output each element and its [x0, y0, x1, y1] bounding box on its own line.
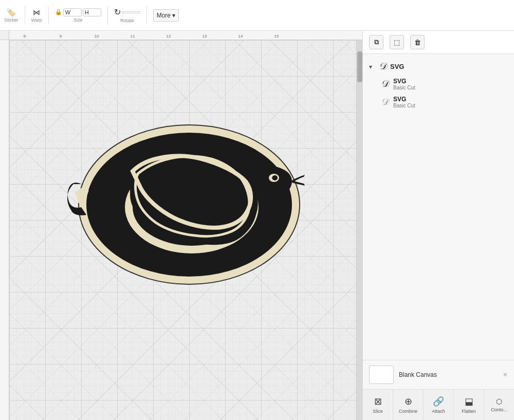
scrollbar-thumb[interactable] [357, 51, 362, 82]
tick-14: 14 [238, 34, 243, 39]
layers-list: ▾ 𝒟 SVG 𝒟 SVG Basic Cut 𝒟 SVG Basic Cut [363, 54, 514, 360]
expand-icon[interactable]: ▾ [369, 63, 376, 70]
tick-10: 10 [95, 34, 99, 39]
duplicate-button[interactable]: ⧉ [369, 35, 383, 49]
panel-icons-row: ⧉ ⬚ 🗑 [363, 31, 514, 54]
rotate-group: ↻ Rotate [114, 7, 140, 23]
height-field[interactable]: H [83, 8, 101, 16]
combine-button[interactable]: ⊕ Combine [393, 390, 424, 420]
attach-label: Attach [432, 409, 445, 414]
warp-value: ⋈ [33, 8, 40, 16]
sep4 [146, 6, 147, 25]
blank-canvas-row: Blank Canvas ✕ [363, 360, 514, 389]
combine-icon: ⊕ [405, 396, 412, 407]
blank-canvas-thumbnail [369, 366, 394, 384]
sublayer-1[interactable]: 𝒟 SVG Basic Cut [363, 75, 514, 93]
combine-label: Combine [399, 409, 417, 414]
ruler-corner [0, 31, 9, 40]
sep2 [48, 6, 49, 25]
sublayer-1-info: SVG Basic Cut [393, 78, 415, 90]
ruler-vertical [0, 31, 9, 420]
blank-canvas-close-icon[interactable]: ✕ [503, 371, 508, 378]
sublayer-2-design-icon: 𝒟 [381, 97, 389, 107]
attach-button[interactable]: 🔗 Attach [424, 390, 454, 420]
more-button[interactable]: More ▾ [153, 9, 179, 22]
sublayer-2-info: SVG Basic Cut [393, 96, 415, 108]
flatten-button[interactable]: ⬓ Flatten [454, 390, 484, 420]
slice-label: Slice [373, 409, 383, 414]
canvas-area: 8 9 10 11 12 13 14 15 [0, 31, 362, 420]
lock-icon: 🔒 [55, 9, 62, 15]
contour-button[interactable]: ⬡ Conto... [484, 390, 514, 420]
tick-11: 11 [131, 34, 135, 39]
logo-svg [40, 81, 307, 307]
duplicate-icon: ⧉ [374, 38, 379, 46]
tick-9: 9 [60, 34, 62, 39]
sticker-label: Sticker [4, 17, 19, 23]
logo-container [40, 81, 307, 307]
tick-15: 15 [274, 34, 279, 39]
sublayer-2[interactable]: 𝒟 SVG Basic Cut [363, 93, 514, 111]
warp-label: Warp [31, 17, 42, 23]
slice-icon: ⊠ [374, 396, 382, 407]
flatten-label: Flatten [462, 409, 476, 414]
sublayer-2-name: SVG [393, 96, 415, 103]
layer-group-svg[interactable]: ▾ 𝒟 SVG [363, 58, 514, 75]
size-group: 🔒 W H Size [55, 8, 101, 23]
rotate-label: Rotate [120, 18, 134, 23]
rotate-value: ↻ [114, 7, 140, 17]
size-label: Size [74, 17, 83, 23]
sep3 [107, 6, 108, 25]
group-label: SVG [390, 63, 404, 70]
size-value: 🔒 W H [55, 8, 101, 16]
sticker-group: 🏷️ Sticker [4, 8, 19, 23]
blank-canvas-label: Blank Canvas [399, 371, 437, 378]
more-label: More [157, 12, 171, 19]
group-design-icon: 𝒟 [379, 61, 387, 72]
bottom-actions: ⊠ Slice ⊕ Combine 🔗 Attach ⬓ Flatten ⬡ C… [363, 389, 514, 420]
more-chevron-icon: ▾ [172, 12, 175, 19]
sublayer-1-design-icon: 𝒟 [381, 79, 389, 89]
copy-icon: ⬚ [394, 39, 400, 46]
sticker-icon: 🏷️ [7, 8, 15, 16]
sublayer-1-type: Basic Cut [393, 85, 415, 90]
rotate-icon-symbol: ↻ [114, 7, 121, 17]
contour-label: Conto... [491, 407, 507, 412]
warp-icon: ⋈ [33, 8, 40, 16]
delete-button[interactable]: 🗑 [410, 35, 425, 49]
attach-icon: 🔗 [433, 396, 444, 407]
contour-icon: ⬡ [496, 397, 502, 406]
slice-button[interactable]: ⊠ Slice [363, 390, 393, 420]
warp-group: ⋈ Warp [31, 8, 42, 23]
right-panel: Layers Color Sync ✕ ⧉ ⬚ 🗑 ▾ 𝒟 SVG 𝒟 S [362, 0, 514, 420]
toolbar: 🏷️ Sticker ⋈ Warp 🔒 W H Size ↻ Rotate Mo… [0, 0, 514, 31]
width-field[interactable]: W [63, 8, 82, 16]
tick-12: 12 [167, 34, 171, 39]
delete-icon: 🗑 [414, 39, 421, 46]
grid-canvas[interactable] [9, 40, 362, 420]
sublayer-1-name: SVG [393, 78, 415, 85]
sep1 [25, 6, 25, 25]
sticker-value: 🏷️ [7, 8, 15, 16]
ruler-ticks: 8 9 10 11 12 13 14 15 [9, 31, 362, 40]
tick-8: 8 [24, 34, 26, 39]
vertical-scrollbar[interactable] [356, 40, 362, 420]
flatten-icon: ⬓ [465, 396, 473, 407]
copy-button[interactable]: ⬚ [390, 35, 404, 49]
rotate-field[interactable] [122, 11, 140, 13]
sublayer-2-type: Basic Cut [393, 103, 415, 108]
tick-13: 13 [203, 34, 207, 39]
ruler-horizontal: 8 9 10 11 12 13 14 15 [9, 31, 362, 40]
